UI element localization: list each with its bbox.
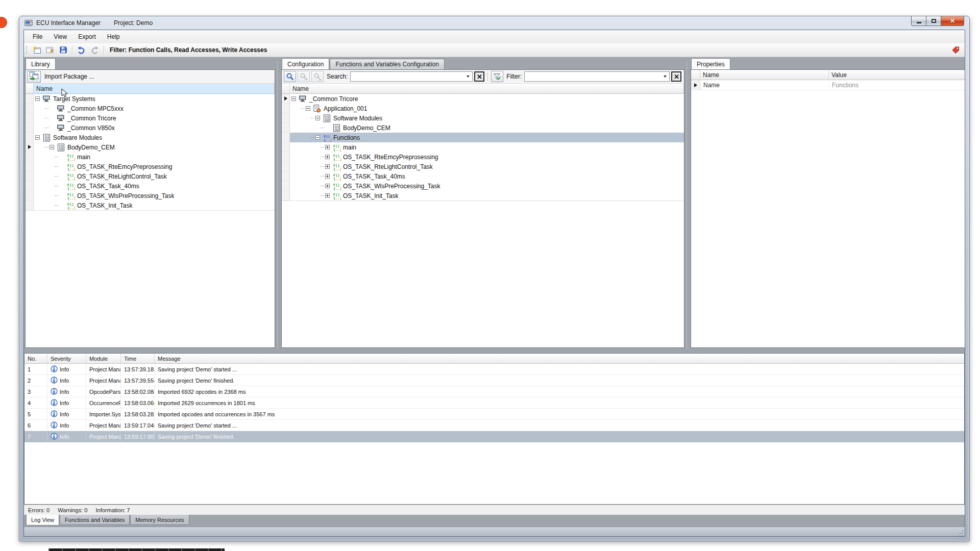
tab-memory-resources[interactable]: Memory Resources bbox=[130, 515, 189, 525]
undo-button[interactable] bbox=[76, 44, 87, 56]
library-item-software-modules[interactable]: Software Modules bbox=[26, 133, 275, 142]
tab-configuration[interactable]: Configuration bbox=[282, 58, 329, 69]
import-package-label[interactable]: Import Package ... bbox=[44, 73, 94, 80]
log-row[interactable]: 7InfoProject Mana...13:59:17.908Saving p… bbox=[24, 431, 964, 442]
expand-icon[interactable] bbox=[325, 164, 330, 169]
library-tabstrip: Library bbox=[26, 58, 275, 69]
screen-edge-strip bbox=[48, 548, 225, 551]
filter-button[interactable] bbox=[491, 71, 503, 82]
splitter-right[interactable] bbox=[684, 57, 691, 353]
filter-input[interactable] bbox=[524, 71, 670, 82]
library-item-bodydemo-cem[interactable]: BodyDemo_CEM bbox=[26, 142, 275, 152]
log-cell-time: 13:59:17.046 bbox=[121, 420, 155, 431]
log-cell-module: OpcodeParser bbox=[86, 386, 121, 397]
tab-functions-and-variables-configuration[interactable]: Functions and Variables Configuration bbox=[330, 59, 445, 69]
collapse-icon[interactable] bbox=[50, 145, 54, 149]
splitter-left[interactable] bbox=[275, 57, 281, 353]
collapse-icon[interactable] bbox=[306, 106, 310, 111]
log-row[interactable]: 2InfoProject Mana...13:57:39.554Saving p… bbox=[24, 375, 964, 386]
menu-help[interactable]: Help bbox=[102, 31, 126, 43]
search-filter-toolbar: Search: ✕ Filter: ✕ bbox=[282, 70, 684, 84]
configuration-item-software-modules[interactable]: Software Modules bbox=[282, 113, 684, 123]
log-row[interactable]: 5InfoImporter.Syst...13:58:03.282Importe… bbox=[24, 409, 964, 420]
configuration-item-application-001[interactable]: Application_001 bbox=[282, 104, 684, 113]
minimize-button[interactable] bbox=[911, 16, 926, 26]
chevron-down-icon[interactable] bbox=[467, 76, 470, 78]
log-column-message[interactable]: Message bbox=[155, 354, 964, 364]
collapse-icon[interactable] bbox=[315, 135, 320, 140]
menu-view[interactable]: View bbox=[48, 31, 72, 43]
toolbar-separator bbox=[487, 72, 488, 81]
library-item-os-task-wlspreprocessing-task[interactable]: F(){..}OS_TASK_WlsPreProcessing_Task bbox=[26, 191, 275, 201]
configuration-item-bodydemo-cem[interactable]: BodyDemo_CEM bbox=[282, 123, 684, 133]
tab-functions-and-variables[interactable]: Functions and Variables bbox=[60, 515, 130, 525]
configuration-item-functions[interactable]: F(){..}Functions bbox=[282, 133, 684, 142]
close-button[interactable]: ✕ bbox=[941, 16, 964, 26]
library-item-os-task-rtelightcontrol-task[interactable]: F(){..}OS_TASK_RteLightControl_Task bbox=[26, 171, 275, 181]
toolbar-grip[interactable] bbox=[26, 46, 28, 54]
configuration-item-os-task-rtelightcontrol-task[interactable]: F(){..}OS_TASK_RteLightControl_Task bbox=[282, 162, 684, 171]
search-input[interactable] bbox=[350, 71, 473, 82]
save-button[interactable] bbox=[57, 44, 69, 56]
configuration-item-os-task-wlspreprocessing-task[interactable]: F(){..}OS_TASK_WlsPreProcessing_Task bbox=[282, 181, 684, 191]
collapse-icon[interactable] bbox=[35, 96, 40, 101]
module-icon bbox=[56, 143, 65, 152]
expand-icon[interactable] bbox=[325, 145, 330, 149]
configuration-item-os-task-rteemcypreprosessing[interactable]: F(){..}OS_TASK_RteEmcyPreprosessing bbox=[282, 152, 684, 162]
log-row[interactable]: 3InfoOpcodeParser13:58:02.084Imported 69… bbox=[24, 386, 964, 397]
resize-grip[interactable] bbox=[957, 530, 963, 537]
library-item-common-tricore[interactable]: _Common Tricore bbox=[26, 113, 275, 123]
info-icon bbox=[51, 421, 58, 430]
open-project-button[interactable] bbox=[44, 44, 56, 56]
chevron-down-icon[interactable] bbox=[664, 76, 667, 78]
collapse-icon[interactable] bbox=[291, 96, 296, 101]
log-row[interactable]: 1InfoProject Mana...13:57:39.183Saving p… bbox=[24, 364, 964, 375]
menu-file[interactable]: File bbox=[27, 31, 48, 43]
tab-properties[interactable]: Properties bbox=[691, 58, 730, 69]
library-column-name[interactable]: Name bbox=[34, 84, 275, 94]
severity-label: Info bbox=[60, 400, 69, 406]
library-item-os-task-rteemcypreprosessing[interactable]: F(){..}OS_TASK_RteEmcyPreprosessing bbox=[26, 162, 275, 171]
log-column-module[interactable]: Module bbox=[86, 354, 121, 364]
library-item-common-v850x[interactable]: _Common V850x bbox=[26, 123, 275, 133]
library-item-os-task-init-task[interactable]: F(){..}OS_TASK_Init_Task bbox=[26, 201, 275, 210]
configuration-item-os-task-task-40ms[interactable]: F(){..}OS_TASK_Task_40ms bbox=[282, 171, 684, 181]
properties-column-name[interactable]: Name bbox=[700, 70, 829, 80]
configuration-column-name[interactable]: Name bbox=[290, 84, 684, 94]
titlebar[interactable]: ECU Interface Manager Project: Demo bbox=[19, 16, 969, 30]
library-item-common-mpc5xxx[interactable]: _Common MPC5xxx bbox=[26, 104, 275, 113]
search-prev-button[interactable] bbox=[311, 71, 324, 82]
clear-search-button[interactable]: ✕ bbox=[474, 71, 484, 82]
row-gutter bbox=[282, 152, 290, 162]
log-row[interactable]: 6InfoProject Mana...13:59:17.046Saving p… bbox=[24, 420, 964, 431]
tab-log-view[interactable]: Log View bbox=[26, 515, 59, 525]
library-item-main[interactable]: F(){..}main bbox=[26, 152, 275, 162]
library-item-os-task-task-40ms[interactable]: F(){..}OS_TASK_Task_40ms bbox=[26, 181, 275, 191]
log-row[interactable]: 4InfoOccurrenceP...13:58:03.066Imported … bbox=[24, 397, 964, 409]
tag-icon[interactable] bbox=[951, 46, 960, 56]
expand-icon[interactable] bbox=[325, 184, 330, 188]
new-project-button[interactable] bbox=[31, 44, 42, 56]
collapse-icon[interactable] bbox=[315, 116, 320, 120]
expand-icon[interactable] bbox=[325, 174, 330, 179]
configuration-item-main[interactable]: F(){..}main bbox=[282, 142, 684, 152]
properties-column-value[interactable]: Value bbox=[829, 70, 965, 80]
menu-export[interactable]: Export bbox=[72, 31, 102, 43]
expand-icon[interactable] bbox=[325, 193, 330, 198]
configuration-item-os-task-init-task[interactable]: F(){..}OS_TASK_Init_Task bbox=[282, 191, 684, 201]
log-column-severity[interactable]: Severity bbox=[47, 354, 86, 364]
log-column-no[interactable]: No. bbox=[24, 354, 47, 364]
tab-library[interactable]: Library bbox=[26, 58, 56, 69]
property-row[interactable]: NameFunctions bbox=[691, 80, 965, 90]
import-package-button[interactable] bbox=[27, 71, 41, 83]
maximize-button[interactable] bbox=[926, 16, 941, 26]
expand-icon[interactable] bbox=[325, 155, 330, 159]
configuration-item-common-tricore[interactable]: _Common Tricore bbox=[282, 94, 684, 104]
search-button[interactable] bbox=[284, 71, 296, 82]
redo-button[interactable] bbox=[89, 44, 101, 56]
clear-filter-button[interactable]: ✕ bbox=[671, 71, 681, 82]
tree-item-label: OS_TASK_RteEmcyPreprosessing bbox=[343, 153, 440, 161]
search-next-button[interactable] bbox=[298, 71, 310, 82]
collapse-icon[interactable] bbox=[35, 135, 40, 140]
log-column-time[interactable]: Time bbox=[121, 354, 155, 364]
